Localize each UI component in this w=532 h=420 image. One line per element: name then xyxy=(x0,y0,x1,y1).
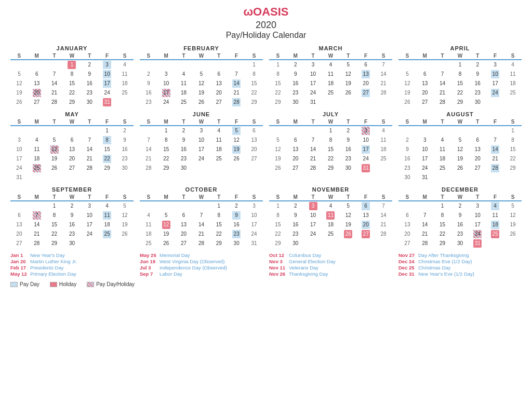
calendar-day: 13 xyxy=(28,79,46,88)
footnote-row: Dec 24Christmas Eve (1/2 Day) xyxy=(398,259,522,264)
calendar-day: 10 xyxy=(357,136,375,145)
calendar-day: 15 xyxy=(46,220,63,229)
calendar-day xyxy=(116,173,134,182)
calendar-day: 16 xyxy=(228,220,245,229)
day-number: 19 xyxy=(456,155,464,163)
calendar-day: 15 xyxy=(451,79,469,88)
legend: Pay Day Holiday Pay Day/Holiday xyxy=(10,281,522,287)
day-number: 19 xyxy=(344,79,352,88)
month-title: APRIL xyxy=(398,45,522,51)
day-number: 13 xyxy=(291,145,300,154)
calendar-day: 21 xyxy=(81,154,98,164)
calendar-day: 5 xyxy=(46,136,63,145)
day-number: 29 xyxy=(456,98,464,106)
day-number: 22 xyxy=(250,89,258,97)
calendar-day: 31 xyxy=(357,164,375,173)
calendar-day xyxy=(193,60,210,70)
day-number: 4 xyxy=(509,61,517,69)
day-number: 24 xyxy=(85,230,94,238)
calendar-day xyxy=(375,98,392,107)
calendar-day: 3 xyxy=(486,60,504,70)
calendar-day: 16 xyxy=(116,145,134,154)
day-of-week-header: W xyxy=(451,118,469,126)
day-number: 2 xyxy=(403,136,411,144)
calendar-day: 1 xyxy=(269,201,287,211)
day-of-week-header: W xyxy=(193,118,210,126)
day-number: 8 xyxy=(274,70,282,78)
day-number: 2 xyxy=(344,127,352,135)
footnote-row: Oct 12Columbus Day xyxy=(269,252,392,258)
calendar-day: 4 xyxy=(28,136,46,145)
day-number: 20 xyxy=(68,155,76,163)
day-of-week-header: T xyxy=(469,194,486,201)
calendar-day: 10 xyxy=(245,211,263,220)
day-of-week-header: W xyxy=(451,194,469,201)
calendar-day: 22 xyxy=(434,229,451,239)
calendar-day: 8 xyxy=(451,70,469,79)
day-number: 11 xyxy=(438,145,447,154)
day-number: 30 xyxy=(68,239,76,248)
day-number: 8 xyxy=(250,70,258,78)
calendar-day: 26 xyxy=(339,229,357,239)
calendar-day xyxy=(416,60,434,70)
day-number: 3 xyxy=(491,61,499,69)
day-number: 20 xyxy=(33,89,41,97)
day-number: 24 xyxy=(162,98,170,106)
month-table: SMTWTFS 12345678910111213141516171819202… xyxy=(398,118,522,182)
day-number: 22 xyxy=(68,89,76,97)
footnote-date: Nov 27 xyxy=(398,252,415,258)
calendar-day: 17 xyxy=(416,154,434,164)
month-september: SEPTEMBERSMTWTFS 12345678910111213141516… xyxy=(10,186,134,248)
calendar-day xyxy=(10,126,28,136)
calendar-day xyxy=(504,98,522,107)
calendar-day: 27 xyxy=(175,239,193,248)
day-of-week-header: W xyxy=(451,52,469,60)
month-table: SMTWTFS 12345678910111213141516171819202… xyxy=(269,118,392,173)
day-number: 7 xyxy=(33,211,41,220)
calendar-day: 23 xyxy=(287,229,304,239)
calendar-day: 24 xyxy=(10,164,28,173)
day-number: 25 xyxy=(144,239,153,248)
calendar-day: 29 xyxy=(157,164,175,173)
calendar-day: 20 xyxy=(63,154,81,164)
day-number: 4 xyxy=(33,136,41,144)
day-number: 1 xyxy=(456,61,464,69)
calendar-day: 5 xyxy=(116,201,134,211)
calendar-day: 29 xyxy=(210,239,228,248)
day-number: 28 xyxy=(309,164,317,172)
day-number: 7 xyxy=(309,136,317,144)
calendar-day: 11 xyxy=(322,211,340,220)
day-number: 29 xyxy=(162,164,170,172)
calendar-day: 30 xyxy=(63,239,81,248)
day-number: 28 xyxy=(421,239,429,248)
calendar-day: 23 xyxy=(116,154,134,164)
calendar-day: 24 xyxy=(357,154,375,164)
calendar-day: 4 xyxy=(375,126,392,136)
calendar-day: 1 xyxy=(46,201,63,211)
day-of-week-header: S xyxy=(269,118,287,126)
day-number: 21 xyxy=(232,89,241,97)
calendar-day xyxy=(98,239,116,248)
calendar-day: 4 xyxy=(322,60,340,70)
day-number: 4 xyxy=(103,202,111,210)
day-number: 28 xyxy=(85,164,94,172)
day-number: 13 xyxy=(403,221,411,229)
calendar-day: 11 xyxy=(116,70,134,79)
day-number: 27 xyxy=(362,230,370,238)
calendar-day: 15 xyxy=(63,79,81,88)
day-of-week-header: M xyxy=(157,194,175,201)
calendar-day: 1 xyxy=(98,126,116,136)
day-number: 20 xyxy=(473,155,482,163)
day-number: 6 xyxy=(473,136,482,144)
calendar-day: 13 xyxy=(416,79,434,88)
day-of-week-header: T xyxy=(81,194,98,201)
day-number: 14 xyxy=(144,145,153,154)
calendar-day xyxy=(193,201,210,211)
calendar-day: 10 xyxy=(304,211,322,220)
calendar-day xyxy=(304,126,322,136)
calendar-day: 16 xyxy=(81,79,98,88)
day-number: 1 xyxy=(509,127,517,135)
day-number: 11 xyxy=(491,211,499,220)
calendar-day: 22 xyxy=(46,229,63,239)
day-number: 13 xyxy=(215,79,223,88)
